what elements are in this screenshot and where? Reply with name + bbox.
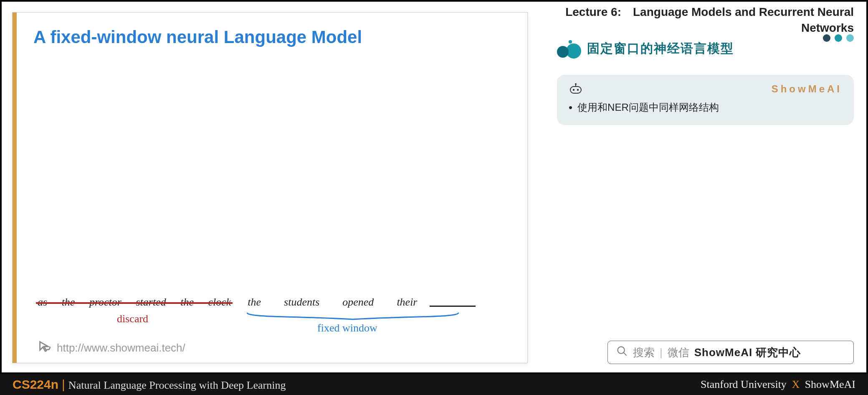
main-area: A fixed-window neural Language Model as … [2,2,866,372]
discard-words: as the proctor started the clock [38,296,238,308]
discard-word: the [62,296,75,308]
discard-word: clock [208,296,231,308]
x-separator: X [792,378,800,390]
sentence-row: as the proctor started the clock the stu… [38,296,511,308]
window-word: their [397,296,417,308]
search-bar[interactable]: 搜索 | 微信 ShowMeAI 研究中心 [607,341,854,364]
dot-icon [835,34,842,42]
robot-icon [569,83,583,95]
lecture-title-line2: Networks [544,20,854,36]
window-words: the students opened their [248,296,417,308]
course-code: CS224n [13,377,58,392]
separator: | [62,377,65,392]
window-word: opened [342,296,374,308]
slide-url: http://www.showmeai.tech/ [57,341,185,354]
footer-left: CS224n | Natural Language Processing wit… [13,377,286,392]
cursor-icon [38,339,52,357]
search-hint-2: 微信 [668,345,689,360]
svg-line-9 [624,352,627,355]
window-word: the [248,296,261,308]
discard-word: the [180,296,194,308]
svg-point-4 [573,89,574,91]
brand-label: ShowMeAI [772,83,842,95]
section-title: 固定窗口的神经语言模型 [587,40,734,57]
course-name: Natural Language Processing with Deep Le… [68,379,286,392]
search-label: ShowMeAI 研究中心 [694,345,801,360]
brace-icon [246,312,459,321]
svg-point-2 [569,40,572,43]
search-icon [616,345,628,360]
footer-org: Stanford University [701,378,787,390]
right-panel: Lecture 6: Language Models and Recurrent… [544,2,866,372]
blank-slot [430,298,476,307]
svg-point-5 [577,89,579,91]
discard-word: proctor [89,296,121,308]
note-card: ShowMeAI 使用和NER问题中同样网络结构 [557,75,854,125]
slide-accent-bar [13,13,17,363]
divider: | [660,346,663,359]
window-word: students [284,296,319,308]
decor-dots [823,34,854,42]
section-icon [557,38,581,59]
discard-word: started [136,296,166,308]
search-hint-1: 搜索 [633,345,655,360]
lecture-title: Lecture 6: Language Models and Recurrent… [544,2,866,36]
footer-brand: ShowMeAI [805,378,855,390]
note-bullet: 使用和NER问题中同样网络结构 [569,101,842,114]
fixed-window-label: fixed window [317,322,377,334]
lecture-title-line1: Lecture 6: Language Models and Recurrent… [544,4,854,20]
note-bullet-text: 使用和NER问题中同样网络结构 [577,101,719,114]
slide-title: A fixed-window neural Language Model [33,27,362,47]
url-row: http://www.showmeai.tech/ [38,339,185,357]
svg-rect-3 [570,87,581,93]
svg-point-7 [575,83,577,85]
svg-point-8 [618,347,625,353]
slide-panel: A fixed-window neural Language Model as … [12,12,528,363]
section-header: 固定窗口的神经语言模型 [557,38,734,59]
dot-icon [846,34,854,42]
svg-point-1 [557,46,569,58]
discard-word: as [38,296,47,308]
footer-right: Stanford University X ShowMeAI [701,378,855,391]
note-card-header: ShowMeAI [569,83,842,95]
discard-label: discard [117,313,148,325]
footer-bar: CS224n | Natural Language Processing wit… [0,374,868,395]
dot-icon [823,34,830,42]
